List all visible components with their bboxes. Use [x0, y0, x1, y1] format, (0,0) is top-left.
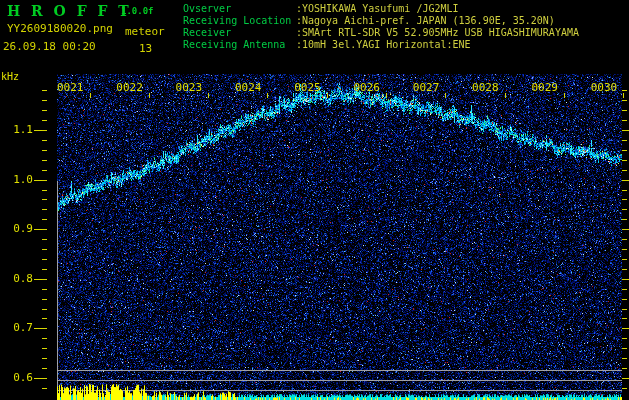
info-value: :SMArt RTL-SDR V5 52.905MHz USB HIGASHIM…: [296, 27, 579, 38]
x-tick-label-0030: 0030: [591, 81, 618, 94]
info-row-3: Receiving Antenna:10mH 3el.YAGI Horizont…: [183, 39, 579, 51]
y-axis-unit-label: kHz: [1, 71, 19, 82]
x-tick-label-0022: 0022: [116, 81, 143, 94]
x-tick-label-0023: 0023: [176, 81, 203, 94]
hrofft-screen: { "header": { "title": "H R O F F T", "v…: [0, 0, 629, 400]
info-value: :YOSHIKAWA Yasufumi /JG2MLI: [296, 3, 459, 14]
info-label: Receiving Antenna: [183, 39, 296, 51]
output-filename: YY2609180020.png: [7, 22, 113, 35]
info-row-1: Receiving Location:Nagoya Aichi-pref. JA…: [183, 15, 579, 27]
y-tick-label-1.1: 1.1: [0, 123, 33, 136]
info-label: Receiver: [183, 27, 296, 39]
x-tick-label-0026: 0026: [354, 81, 381, 94]
y-tick-label-0.6: 0.6: [0, 371, 33, 384]
spectrogram-canvas: [0, 0, 629, 400]
y-tick-label-1.0: 1.0: [0, 173, 33, 186]
x-tick-label-0025: 0025: [294, 81, 321, 94]
info-value: :Nagoya Aichi-pref. JAPAN (136.90E, 35.2…: [296, 15, 555, 26]
x-tick-label-0021: 0021: [57, 81, 84, 94]
info-row-0: Ovserver:YOSHIKAWA Yasufumi /JG2MLI: [183, 3, 579, 15]
y-tick-label-0.7: 0.7: [0, 321, 33, 334]
app-title: H R O F F T: [7, 3, 132, 19]
y-tick-label-0.8: 0.8: [0, 272, 33, 285]
observation-datetime: 26.09.18 00:20: [3, 40, 96, 53]
app-version: 1.0.0f: [121, 6, 154, 16]
x-tick-label-0027: 0027: [413, 81, 440, 94]
meteor-count: 13: [139, 42, 152, 55]
x-tick-label-0024: 0024: [235, 81, 262, 94]
x-tick-label-0029: 0029: [531, 81, 558, 94]
y-tick-label-0.9: 0.9: [0, 222, 33, 235]
info-label: Receiving Location: [183, 15, 296, 27]
info-label: Ovserver: [183, 3, 296, 15]
mode-label: meteor: [125, 25, 165, 38]
info-value: :10mH 3el.YAGI Horizontal:ENE: [296, 39, 471, 50]
x-tick-label-0028: 0028: [472, 81, 499, 94]
info-row-2: Receiver:SMArt RTL-SDR V5 52.905MHz USB …: [183, 27, 579, 39]
observation-info: Ovserver:YOSHIKAWA Yasufumi /JG2MLIRecei…: [183, 3, 579, 51]
